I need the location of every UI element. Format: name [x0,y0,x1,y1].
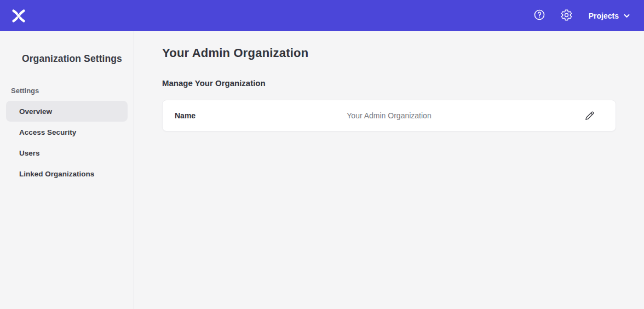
sidebar-item-users[interactable]: Users [6,142,128,163]
edit-name-button[interactable] [583,109,596,122]
projects-menu-label: Projects [589,12,619,20]
sidebar-item-overview[interactable]: Overview [6,101,128,122]
topbar: Projects [0,0,644,31]
gear-icon [560,9,573,23]
question-mark-circle-icon [533,9,545,22]
name-field-value: Your Admin Organization [347,111,431,120]
section-title: Manage Your Organization [162,78,616,88]
chevron-down-icon [624,14,630,18]
sidebar-nav: Overview Access Security Users Linked Or… [0,101,134,184]
sidebar-title: Organization Settings [0,53,134,65]
help-button[interactable] [533,9,546,22]
main-content: Your Admin Organization Manage Your Orga… [134,31,644,309]
pencil-icon [584,110,595,122]
settings-button[interactable] [560,9,573,22]
mendix-logo-icon[interactable] [11,9,26,23]
settings-sidebar: Organization Settings Settings Overview … [0,31,134,309]
organization-name-row: Name Your Admin Organization [162,100,616,131]
page-title: Your Admin Organization [162,46,616,60]
sidebar-item-linked-organizations[interactable]: Linked Organizations [6,163,128,184]
projects-menu-button[interactable]: Projects [589,12,630,20]
name-field-label: Name [175,111,196,120]
sidebar-section-label: Settings [0,87,134,95]
sidebar-item-access-security[interactable]: Access Security [6,122,128,142]
